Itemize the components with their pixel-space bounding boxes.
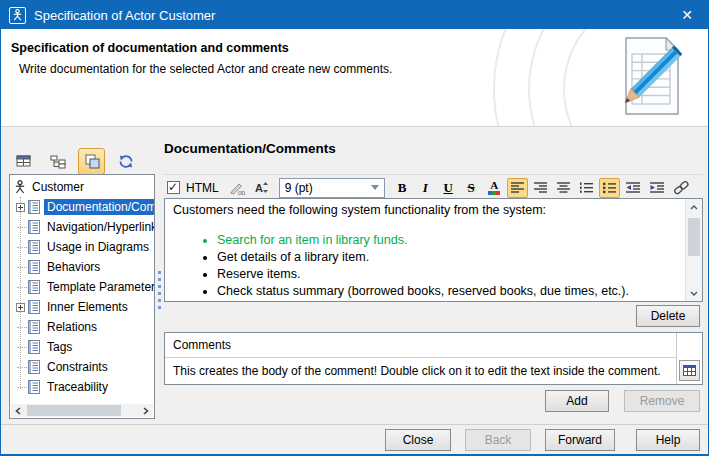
document-icon xyxy=(28,280,40,294)
document-icon xyxy=(28,380,40,394)
html-checkbox-label: HTML xyxy=(186,181,219,195)
tree-item[interactable]: Relations xyxy=(10,317,154,337)
svg-text:A: A xyxy=(255,182,263,194)
tree-item[interactable]: Navigation/Hyperlinks xyxy=(10,217,154,237)
font-size-select[interactable]: 9 (pt) xyxy=(279,178,385,198)
document-icon xyxy=(28,340,40,354)
documentation-editor[interactable]: Customers need the following system func… xyxy=(164,198,703,302)
comments-side-column xyxy=(676,333,702,384)
outdent-icon[interactable] xyxy=(622,178,644,198)
chevron-down-icon xyxy=(371,185,379,190)
scroll-left-icon[interactable] xyxy=(11,404,25,417)
tree-item[interactable]: Behaviors xyxy=(10,257,154,277)
edit-in-table-button[interactable] xyxy=(679,360,700,381)
hyperlink-icon[interactable] xyxy=(670,178,693,198)
font-color-glyph: A xyxy=(490,181,498,190)
document-icon xyxy=(28,360,40,374)
html-checkbox[interactable] xyxy=(167,181,180,194)
tree-item-label: Constraints xyxy=(44,359,111,375)
actor-icon xyxy=(15,180,25,194)
scrollbar-thumb[interactable] xyxy=(688,218,700,256)
close-icon[interactable]: ✕ xyxy=(666,1,708,29)
tree-item-label: Navigation/Hyperlinks xyxy=(44,219,154,235)
forward-button[interactable]: Forward xyxy=(545,429,615,451)
spec-tree-panel: Customer Documentation/CommentsNavigatio… xyxy=(9,174,155,419)
scrollbar-thumb[interactable] xyxy=(27,405,121,416)
back-button: Back xyxy=(465,429,531,451)
tree-horizontal-scrollbar[interactable] xyxy=(11,404,153,417)
help-button[interactable]: Help xyxy=(636,429,700,451)
tree-item[interactable]: Documentation/Comments xyxy=(10,197,154,217)
document-icon xyxy=(28,320,40,334)
tree-connector xyxy=(17,367,27,368)
document-icon xyxy=(28,260,40,274)
align-left-icon[interactable] xyxy=(507,178,528,198)
italic-button[interactable]: I xyxy=(415,178,436,198)
actor-window-icon xyxy=(9,7,26,24)
tree-item[interactable]: Traceability xyxy=(10,377,154,397)
tree-item-root[interactable]: Customer xyxy=(10,177,154,197)
documentation-text: Customers need the following system func… xyxy=(173,202,680,298)
document-icon xyxy=(28,240,40,254)
comments-column-header: Comments xyxy=(165,333,676,358)
window-title: Specification of Actor Customer xyxy=(34,8,215,23)
bold-glyph: B xyxy=(398,180,407,196)
add-button[interactable]: Add xyxy=(545,390,609,412)
doc-bullet: Reserve items. xyxy=(217,266,680,282)
tree-connector xyxy=(17,247,27,248)
document-icon xyxy=(28,200,40,214)
scroll-down-icon[interactable] xyxy=(686,285,702,301)
scroll-right-icon[interactable] xyxy=(139,404,153,417)
dialog-footer: Close Back Forward Help xyxy=(385,429,700,451)
doc-bullet: Search for an item in library funds. xyxy=(217,232,680,248)
tree-view-icon[interactable] xyxy=(44,148,71,175)
bullet-list-icon[interactable] xyxy=(599,178,620,198)
strikethrough-button[interactable]: S xyxy=(461,178,482,198)
doc-intro: Customers need the following system func… xyxy=(173,202,680,218)
tree-item[interactable]: Tags xyxy=(10,337,154,357)
strikethrough-glyph: S xyxy=(468,180,475,196)
scroll-up-icon[interactable] xyxy=(686,199,702,215)
tree-item-label: Tags xyxy=(44,339,75,355)
comment-row[interactable]: This creates the body of the comment! Do… xyxy=(165,358,676,384)
tree-connector xyxy=(17,347,27,348)
tree-item-label: Template Parameters xyxy=(44,279,154,295)
tree-item[interactable]: Inner Elements xyxy=(10,297,154,317)
switch-view-icon[interactable] xyxy=(78,148,105,175)
dialog-header: Specification of documentation and comme… xyxy=(1,29,708,127)
editor-vertical-scrollbar[interactable] xyxy=(685,199,702,301)
underline-button[interactable]: U xyxy=(438,178,459,198)
tree-item-label: Relations xyxy=(44,319,100,335)
delete-button[interactable]: Delete xyxy=(636,305,700,327)
properties-table-icon[interactable] xyxy=(10,148,37,175)
refresh-icon[interactable] xyxy=(112,148,139,175)
pencil-edit-icon[interactable]: op xyxy=(227,178,249,198)
font-size-icon[interactable]: A xyxy=(251,178,272,198)
title-bar: Specification of Actor Customer ✕ xyxy=(1,1,708,29)
numbered-list-icon[interactable] xyxy=(576,178,597,198)
tree-item-label: Customer xyxy=(29,179,87,195)
tree-connector xyxy=(17,267,27,268)
tree-connector xyxy=(17,287,27,288)
expand-plus-icon[interactable] xyxy=(16,303,25,312)
tree-item[interactable]: Constraints xyxy=(10,357,154,377)
align-center-icon[interactable] xyxy=(553,178,574,198)
bold-button[interactable]: B xyxy=(392,178,413,198)
tree-item[interactable]: Usage in Diagrams xyxy=(10,237,154,257)
footer-divider xyxy=(1,424,708,425)
tree-item-label: Inner Elements xyxy=(44,299,131,315)
svg-text:op: op xyxy=(238,188,246,195)
tree-connector xyxy=(17,227,27,228)
tree-item[interactable]: Template Parameters xyxy=(10,277,154,297)
align-right-icon[interactable] xyxy=(530,178,551,198)
underline-glyph: U xyxy=(443,180,452,196)
tree-connector xyxy=(17,387,27,388)
doc-bullet-list: Search for an item in library funds.Get … xyxy=(217,232,680,298)
close-button[interactable]: Close xyxy=(385,429,451,451)
expand-plus-icon[interactable] xyxy=(16,203,25,212)
font-color-button[interactable]: A xyxy=(484,178,505,198)
document-icon xyxy=(28,220,40,234)
panel-splitter[interactable] xyxy=(158,271,162,313)
indent-icon[interactable] xyxy=(646,178,668,198)
font-size-value: 9 (pt) xyxy=(285,181,313,195)
